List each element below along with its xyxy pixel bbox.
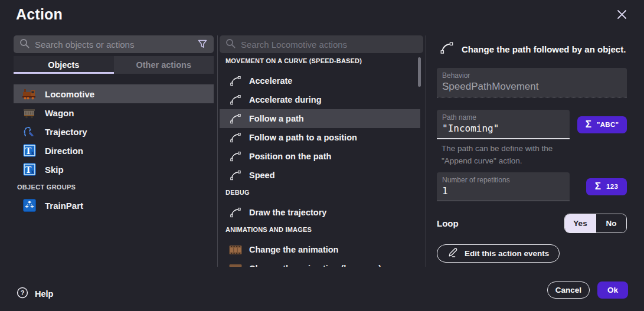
action-item-position-on-the-path[interactable]: Position on the path	[220, 147, 420, 166]
curve-path-icon	[229, 132, 242, 143]
action-label: Change the animation	[249, 245, 338, 254]
action-item-change-the-animation-by-name[interactable]: Change the animation (by name)	[220, 259, 420, 267]
text-object-icon: T x	[22, 163, 37, 176]
film-strip-icon	[229, 264, 242, 267]
action-item-accelerate-during[interactable]: Accelerate during	[220, 90, 420, 109]
action-item-change-the-animation[interactable]: Change the animation	[220, 240, 420, 259]
tab-other-actions[interactable]: Other actions	[114, 56, 214, 74]
curve-path-icon	[229, 75, 242, 87]
actions-search	[220, 35, 423, 53]
object-item-trajectory[interactable]: Trajectory	[14, 122, 214, 141]
path-name-field[interactable]: Path name	[437, 110, 570, 139]
scrollbar-thumb[interactable]	[418, 57, 421, 87]
repetitions-row: Number of repetitions Σ 123	[437, 172, 627, 201]
behavior-field-label: Behavior	[442, 71, 621, 80]
action-label: Change the animation (by name)	[249, 264, 381, 267]
objects-search	[14, 35, 214, 53]
sigma-icon: Σ	[595, 181, 601, 192]
close-button[interactable]	[614, 8, 629, 22]
trajectory-icon	[22, 125, 37, 138]
curve-path-icon	[229, 113, 242, 125]
behavior-field-value	[442, 81, 621, 93]
loop-row: Loop Yes No	[437, 214, 627, 233]
path-helper-text: The path can be define with the "Append …	[437, 143, 584, 168]
actions-search-input[interactable]	[241, 40, 417, 50]
loop-no-button[interactable]: No	[596, 214, 626, 233]
abc-label: "ABC"	[597, 121, 619, 128]
action-description-row: Change the path followed by an object.	[437, 40, 627, 58]
behavior-field: Behavior	[437, 68, 627, 97]
action-label: Speed	[249, 171, 275, 180]
action-label: Follow a path	[249, 114, 304, 123]
close-icon	[616, 9, 627, 22]
action-label: Accelerate	[249, 76, 292, 86]
object-item-locomotive[interactable]: Locomotive	[14, 84, 214, 103]
object-groups-header: OBJECT GROUPS	[14, 184, 214, 191]
loop-yes-button[interactable]: Yes	[565, 214, 596, 233]
ok-button[interactable]: Ok	[597, 281, 628, 299]
action-item-accelerate[interactable]: Accelerate	[220, 71, 420, 90]
edit-events-label: Edit this action events	[465, 249, 549, 258]
action-label: Position on the path	[249, 152, 331, 161]
loop-label: Loop	[437, 218, 459, 228]
pencil-icon	[447, 247, 459, 260]
divider-middle-right	[426, 35, 426, 267]
object-item-skip[interactable]: T x Skip	[14, 160, 214, 179]
action-item-follow-a-path[interactable]: Follow a path	[220, 109, 420, 128]
helper-line-2: "Append curve" action.	[442, 156, 522, 165]
number-expression-button[interactable]: Σ 123	[586, 178, 627, 195]
actions-panel: MOVEMENT ON A CURVE (SPEED-BASED) Accele…	[220, 35, 423, 267]
action-label: Accelerate during	[249, 95, 322, 104]
page-title: Action	[16, 6, 63, 23]
repetitions-field-label: Number of repetitions	[442, 176, 564, 184]
object-label: Skip	[45, 165, 64, 175]
search-icon	[225, 38, 236, 51]
objects-list: Locomotive Wagon	[14, 84, 214, 215]
repetitions-field[interactable]: Number of repetitions	[437, 172, 570, 201]
locomotive-icon	[22, 89, 37, 100]
text-object-icon: T x	[22, 144, 37, 157]
string-expression-button[interactable]: Σ "ABC"	[577, 116, 627, 133]
action-label: Follow a path to a position	[249, 133, 357, 142]
group-item-trainpart[interactable]: TrainPart	[14, 196, 214, 215]
curve-path-icon	[229, 169, 242, 181]
cancel-button[interactable]: Cancel	[547, 281, 590, 299]
section-title-debug: DEBUG	[220, 189, 423, 197]
help-question-icon: ?	[17, 287, 28, 300]
section-title-animations: ANIMATIONS AND IMAGES	[220, 226, 423, 234]
curve-path-icon	[229, 94, 242, 106]
objects-tabs: Objects Other actions	[14, 56, 214, 74]
edit-action-events-button[interactable]: Edit this action events	[437, 244, 560, 263]
path-name-field-label: Path name	[442, 113, 564, 122]
help-label: Help	[35, 289, 53, 299]
action-description: Change the path followed by an object.	[462, 44, 626, 54]
dialog-actions: Cancel Ok	[547, 281, 628, 299]
objects-search-input[interactable]	[35, 40, 192, 50]
filter-button[interactable]	[197, 38, 208, 51]
group-label: TrainPart	[45, 201, 83, 211]
action-label: Draw the trajectory	[249, 208, 326, 217]
svg-text:?: ?	[21, 289, 25, 296]
action-dialog: Action Objects Other actions	[0, 0, 644, 311]
tab-objects[interactable]: Objects	[14, 56, 114, 74]
num-label: 123	[606, 183, 618, 190]
divider-left-middle	[217, 35, 218, 267]
repetitions-input[interactable]	[442, 185, 564, 197]
action-config-panel: Change the path followed by an object. B…	[437, 35, 627, 263]
curve-path-icon	[229, 207, 242, 218]
object-item-direction[interactable]: T x Direction	[14, 141, 214, 160]
object-label: Direction	[45, 146, 83, 156]
object-item-wagon[interactable]: Wagon	[14, 103, 214, 122]
action-item-follow-a-path-to-a-position[interactable]: Follow a path to a position	[220, 128, 420, 147]
object-label: Wagon	[45, 108, 74, 118]
action-item-draw-the-trajectory[interactable]: Draw the trajectory	[220, 203, 420, 222]
loop-toggle: Yes No	[564, 214, 627, 233]
help-button[interactable]: ? Help	[17, 287, 53, 300]
object-label: Locomotive	[45, 89, 94, 99]
section-title-movement: MOVEMENT ON A CURVE (SPEED-BASED)	[220, 57, 423, 66]
action-item-speed[interactable]: Speed	[220, 166, 420, 185]
search-icon	[19, 38, 30, 51]
objects-panel: Objects Other actions Lo	[14, 35, 214, 215]
path-name-input[interactable]	[442, 123, 564, 134]
path-name-row: Path name Σ "ABC"	[437, 110, 627, 139]
